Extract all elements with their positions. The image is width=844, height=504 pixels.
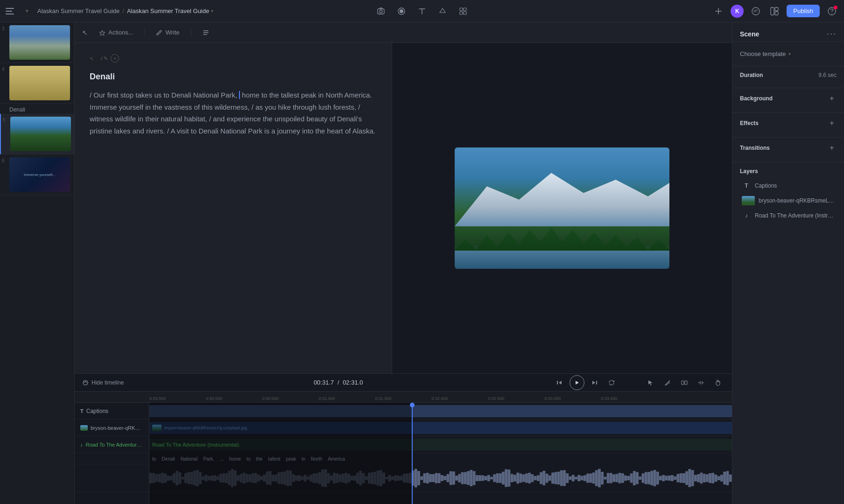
- split-tool[interactable]: [678, 376, 691, 389]
- slide-item-6[interactable]: 6 Immerse yourself...: [0, 154, 74, 195]
- playhead-head: [410, 403, 415, 407]
- current-time: 00:31.7: [314, 379, 334, 386]
- avatar[interactable]: K: [731, 5, 744, 18]
- layout-icon-wrapper[interactable]: [768, 5, 781, 18]
- grid-icon[interactable]: [457, 5, 470, 18]
- svg-rect-59: [266, 471, 269, 484]
- svg-rect-188: [642, 473, 645, 483]
- record-icon[interactable]: [395, 5, 408, 18]
- chat-icon-wrapper[interactable]: [749, 5, 762, 18]
- svg-rect-47: [231, 469, 234, 487]
- svg-rect-29: [178, 472, 181, 484]
- script-content: / Our first stop takes us to Denali Nati…: [90, 91, 237, 99]
- capture-icon[interactable]: [374, 5, 387, 18]
- actions-button[interactable]: Actions...: [95, 27, 137, 38]
- layer-item-captions[interactable]: T Captions: [740, 178, 837, 193]
- breadcrumb-scene[interactable]: Alaskan Summer Travel Guide ▾: [127, 7, 213, 14]
- loop-button[interactable]: [605, 376, 618, 389]
- transitions-add-button[interactable]: +: [827, 143, 837, 153]
- background-add-button[interactable]: +: [827, 94, 837, 103]
- scene-title: Denali: [90, 72, 377, 82]
- slide-item-5[interactable]: 5: [0, 114, 74, 154]
- svg-rect-196: [665, 476, 668, 480]
- layer-item-music[interactable]: ♪ Road To The Adventure (Instru...: [740, 208, 837, 223]
- timeline-header: Hide timeline 00:31.7 / 02:31.0: [75, 374, 732, 392]
- slide-item-3[interactable]: 3: [0, 22, 74, 63]
- svg-rect-33: [190, 472, 193, 484]
- dropdown-chevron-icon[interactable]: ▾: [21, 5, 34, 18]
- text-tool-icon[interactable]: [415, 5, 429, 18]
- total-time: 02:31.0: [343, 379, 363, 386]
- playhead[interactable]: [412, 403, 413, 504]
- word-chip: to: [244, 456, 253, 462]
- image-clip[interactable]: bryson-beaver-qRKBRsmeLPg-unsplash.jpg: [149, 422, 732, 434]
- svg-rect-155: [546, 474, 549, 483]
- svg-rect-43: [219, 474, 222, 482]
- svg-rect-164: [572, 475, 575, 481]
- svg-rect-166: [577, 475, 580, 481]
- word-chip: ...: [217, 456, 226, 462]
- slide-thumb-6: Immerse yourself...: [9, 157, 70, 192]
- hand-tool[interactable]: [711, 376, 724, 389]
- svg-rect-9: [771, 7, 774, 15]
- svg-rect-106: [403, 474, 406, 483]
- rewind-button[interactable]: [553, 376, 566, 389]
- svg-rect-215: [720, 475, 723, 481]
- breadcrumb-project[interactable]: Alaskan Summer Travel Guide: [37, 7, 120, 14]
- svg-rect-170: [589, 473, 592, 483]
- word-chip: National: [178, 456, 201, 462]
- svg-rect-67: [289, 471, 292, 486]
- caption-clip[interactable]: [149, 405, 732, 417]
- choose-template-button[interactable]: Choose template ▾: [740, 48, 837, 60]
- svg-rect-45: [225, 473, 228, 483]
- write-button[interactable]: Write: [152, 27, 183, 38]
- forward-button[interactable]: [588, 376, 601, 389]
- timeline-tracks: T Captions bryson-beaver-qRKBRsmeLPg-uns…: [75, 403, 732, 504]
- svg-rect-21: [155, 474, 158, 482]
- music-clip[interactable]: Road To The Adventure (Instrumental): [149, 439, 732, 451]
- svg-rect-135: [487, 475, 490, 481]
- svg-rect-133: [481, 476, 484, 481]
- scene-menu-dots[interactable]: ···: [827, 29, 837, 39]
- svg-rect-121: [446, 474, 449, 483]
- svg-rect-107: [406, 473, 408, 483]
- pen-tool[interactable]: [661, 376, 674, 389]
- hide-timeline-button[interactable]: Hide timeline: [82, 379, 124, 386]
- add-icon[interactable]: [712, 5, 725, 18]
- list-button[interactable]: [199, 28, 213, 38]
- svg-rect-63: [278, 472, 281, 484]
- add-line-btn[interactable]: +: [111, 54, 119, 63]
- svg-rect-81: [330, 476, 333, 481]
- svg-rect-193: [656, 472, 659, 485]
- stretch-tool[interactable]: [695, 376, 708, 389]
- ruler-mark: 0:31.500: [375, 396, 432, 402]
- layer-item-image[interactable]: bryson-beaver-qRKBRsmeLPg-...: [740, 193, 837, 208]
- script-text[interactable]: / Our first stop takes us to Denali Nati…: [90, 89, 377, 137]
- captions-track-row[interactable]: [149, 403, 732, 420]
- svg-rect-190: [647, 472, 650, 484]
- svg-rect-73: [307, 476, 309, 480]
- publish-button[interactable]: Publish: [787, 5, 820, 17]
- svg-rect-165: [575, 477, 577, 480]
- svg-rect-102: [391, 476, 394, 480]
- image-track-row[interactable]: bryson-beaver-qRKBRsmeLPg-unsplash.jpg: [149, 420, 732, 436]
- effects-add-button[interactable]: +: [827, 119, 837, 128]
- svg-rect-49: [237, 476, 239, 481]
- svg-rect-183: [627, 476, 630, 480]
- select-tool[interactable]: [644, 376, 657, 389]
- svg-point-8: [752, 7, 760, 15]
- play-button[interactable]: [570, 375, 584, 390]
- slide-thumb-4: [9, 66, 70, 100]
- svg-rect-27: [173, 473, 176, 483]
- menu-icon[interactable]: [6, 6, 17, 17]
- help-icon-wrapper[interactable]: [825, 5, 838, 18]
- slide-item-4[interactable]: 4: [0, 63, 74, 104]
- slide-number-5: 5: [3, 118, 6, 123]
- effects-section: Effects +: [732, 113, 844, 138]
- svg-rect-139: [499, 473, 502, 483]
- svg-rect-140: [502, 472, 505, 485]
- music-track-row[interactable]: Road To The Adventure (Instrumental): [149, 436, 732, 453]
- svg-rect-79: [324, 469, 327, 487]
- shape-icon[interactable]: [436, 5, 449, 18]
- cursor-icon[interactable]: ↖: [82, 29, 88, 36]
